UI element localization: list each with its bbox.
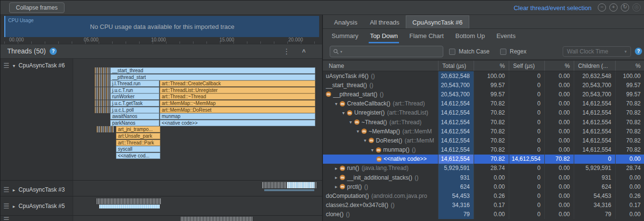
regex-checkbox[interactable] [500, 49, 506, 55]
tab-top-down[interactable]: Top Down [364, 29, 404, 43]
flame-frame[interactable]: j.u.c.T.run [110, 87, 159, 93]
chevron-right-icon[interactable]: ▸ [333, 166, 339, 171]
chevron-right-icon[interactable]: ▸ [13, 187, 15, 193]
flame-frame[interactable]: syscall [116, 146, 160, 152]
flame-frame[interactable]: munmap [160, 113, 315, 119]
column-children[interactable]: Children (... [574, 61, 616, 71]
reset-zoom-icon[interactable]: ↻ [621, 3, 629, 12]
table-row[interactable]: __start_thread()()20,543,70099.5700.0020… [323, 80, 644, 90]
column-name[interactable]: Name [323, 61, 438, 71]
cell-total: 20,632,548 [438, 71, 474, 80]
clear-selection-link[interactable]: Clear thread/event selection [514, 4, 592, 12]
table-row[interactable]: ▸mrun()(java.lang.Thread)5,929,59128.740… [323, 164, 644, 173]
chevron-down-icon[interactable]: ▾ [362, 138, 368, 143]
table-row[interactable]: ▾mmunmap()()14,612,55470.8200.0014,612,5… [323, 145, 644, 155]
column-total-pct[interactable]: % [474, 61, 509, 71]
chevron-down-icon[interactable]: ▾ [369, 147, 375, 153]
table-row[interactable]: m__pthread_start()()20,543,70099.5700.00… [323, 90, 644, 99]
method-name: __start_thread() [326, 82, 367, 89]
chevron-down-icon[interactable]: ▾ [333, 101, 339, 106]
timeline-panel: CPU Usage No CPU usage data available fo… [0, 15, 322, 221]
flame-frame[interactable]: <<native cod... [116, 153, 160, 159]
column-total[interactable]: Total (µs) [438, 61, 474, 71]
table-row[interactable]: ▾m~Thread()(art::Thread)14,612,55470.820… [323, 117, 644, 127]
thread-row-cpuasynctask5[interactable]: ☰ ▸ CpuAsyncTask #5 [0, 198, 65, 214]
flame-frame[interactable]: __start_thread [110, 67, 315, 74]
table-row[interactable]: ▾mCreateCallback()(art::Thread)14,612,55… [323, 99, 644, 108]
cpu-usage-panel[interactable]: CPU Usage No CPU usage data available fo… [4, 16, 319, 37]
tab-flame-chart[interactable]: Flame Chart [403, 29, 450, 43]
match-case-checkbox[interactable] [449, 49, 455, 55]
flame-frame[interactable]: art_jni_trampo... [116, 126, 160, 132]
drag-handle-icon[interactable]: ☰ [3, 63, 10, 68]
collapse-frames-button[interactable]: Collapse frames [9, 2, 64, 13]
cell-cpct: 70.82 [616, 117, 644, 127]
search-input[interactable] [344, 48, 440, 55]
flame-frame[interactable]: art:Unsafe_park [116, 133, 160, 139]
flame-frame[interactable]: runWorker [110, 93, 159, 100]
zoom-out-icon[interactable]: − [598, 3, 606, 12]
flame-frame[interactable]: art::Thread::Park [116, 140, 160, 146]
zoom-in-icon[interactable]: + [609, 3, 618, 12]
search-options-chevron-icon[interactable]: ▾ [340, 50, 342, 54]
flame-frame[interactable]: art::ThreadList::Unregister [160, 87, 315, 93]
tab-analysis[interactable]: Analysis [328, 16, 363, 28]
thread-name: CpuAsyncTask #3 [19, 186, 65, 193]
drag-handle-icon[interactable]: ☰ [3, 187, 10, 192]
column-children-pct[interactable]: % [616, 61, 644, 71]
flame-frame[interactable]: art::Thread::CreateCallback [160, 80, 315, 87]
flame-frame[interactable]: art::Thread::~Thread [160, 93, 315, 100]
flame-frame[interactable]: awaitNanos [110, 113, 159, 119]
flame-frame[interactable]: art::MemMap::DoReset [160, 107, 315, 113]
chevron-down-icon[interactable]: ▾ [340, 110, 347, 116]
chevron-down-icon[interactable]: ▾ [348, 119, 354, 125]
table-row[interactable]: doComputation()(android.com.java.pro54,4… [323, 191, 644, 200]
help-icon[interactable]: ? [50, 48, 57, 55]
column-self[interactable]: Self (µs) [509, 61, 545, 71]
flame-frame[interactable]: <<native code>> [160, 120, 315, 126]
kebab-menu-icon[interactable]: ⋮ [283, 47, 290, 56]
table-row[interactable]: classes2.dex+0x347c8()()34,3160.1700.003… [323, 201, 644, 210]
cell-total: 20,543,700 [438, 80, 474, 90]
table-row[interactable]: ▸m__init_additional_stacks()()9310.0000.… [323, 173, 644, 182]
thread-row-cpuasynctask3[interactable]: ☰ ▸ CpuAsyncTask #3 [0, 183, 65, 196]
thread-row-cpuasynctask6[interactable]: ☰ ▾ CpuAsyncTask #6 [0, 60, 65, 71]
flame-frame[interactable]: j.u.c.L.poll [110, 107, 159, 113]
chevron-right-icon[interactable]: ▸ [13, 204, 15, 209]
chevron-right-icon[interactable]: ▸ [333, 184, 339, 189]
timeline-ruler[interactable]: 00.00005.00010.00015.00020.000 [4, 37, 319, 44]
thread-row-partial[interactable]: ☰ [0, 217, 10, 221]
table-row[interactable]: ▸mprctl()()6240.0000.006240.00 [323, 182, 644, 191]
table-row[interactable]: m<<native code>>14,612,55470.8214,612,55… [323, 155, 644, 164]
drag-handle-icon[interactable]: ☰ [3, 204, 10, 208]
table-row[interactable]: ▾m~MemMap()(art::MemM14,612,55470.8200.0… [323, 127, 644, 136]
help-icon[interactable]: ? [635, 48, 642, 55]
table-row[interactable]: ▾mUnregister()(art::ThreadList)14,612,55… [323, 108, 644, 117]
tab-bottom-up[interactable]: Bottom Up [450, 29, 490, 43]
collapse-section-icon[interactable]: ˄ [302, 47, 306, 54]
tab-all-threads[interactable]: All threads [363, 16, 405, 28]
zoom-to-selection-icon[interactable]: ◎ [632, 3, 641, 12]
tab-events[interactable]: Events [490, 29, 521, 43]
drag-handle-icon[interactable]: ☰ [3, 217, 10, 221]
table-row[interactable]: uAsyncTask #6()()20,632,548100.0000.0020… [323, 71, 644, 80]
method-package: (art::MemM [405, 137, 434, 144]
thread-state-strip [95, 107, 109, 113]
chevron-down-icon[interactable]: ▾ [13, 63, 15, 68]
flame-frame[interactable]: parkNanos [110, 120, 159, 126]
tab-cpuasynctask6[interactable]: CpuAsyncTask #6 [406, 15, 469, 28]
tab-summary[interactable]: Summary [326, 29, 364, 43]
flame-frame[interactable]: __pthread_start [110, 74, 315, 80]
chevron-down-icon[interactable]: ▾ [355, 129, 361, 134]
flame-frame[interactable]: art::MemMap::~MemMap [160, 100, 315, 106]
table-row[interactable]: clone()()790.0000.00790.00 [323, 210, 644, 219]
search-box[interactable]: ▾ [330, 46, 443, 57]
chevron-right-icon[interactable]: ▸ [333, 175, 339, 180]
clock-mode-dropdown[interactable]: Wall Clock Time ▾ [563, 46, 631, 57]
column-self-pct[interactable]: % [545, 61, 574, 71]
time-tick-label: 20.000 [288, 37, 303, 42]
flame-frame[interactable]: j.l.Thread.run [110, 80, 159, 87]
table-row[interactable]: ▾mDoReset()(art::MemM14,612,55470.8200.0… [323, 136, 644, 145]
cell-total: 5,929,591 [438, 164, 474, 173]
flame-frame[interactable]: j.u.c.T.getTask [110, 100, 159, 106]
